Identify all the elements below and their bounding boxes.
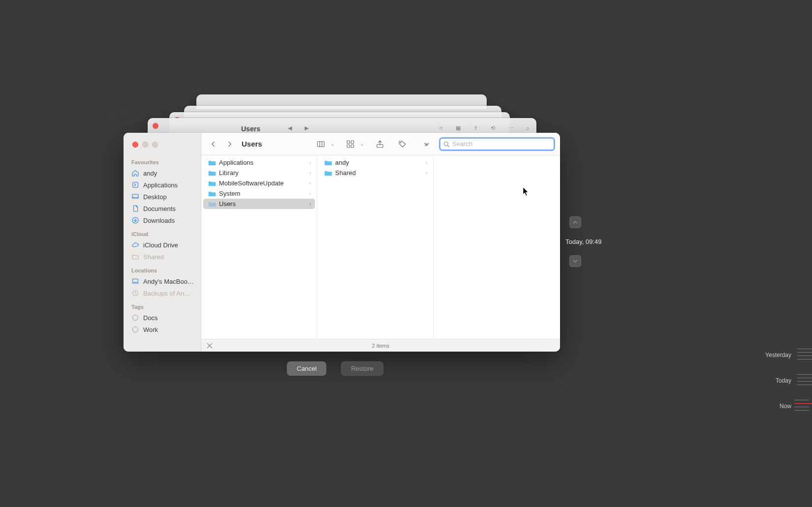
sidebar-item-andy-s-macboo-[interactable]: Andy's MacBoo… xyxy=(124,275,201,287)
folder-row[interactable]: System› xyxy=(203,188,315,199)
folder-row[interactable]: Applications› xyxy=(203,157,315,168)
svg-point-15 xyxy=(401,142,402,143)
sidebar-section-title: Favourites xyxy=(124,154,201,167)
location-title: Users xyxy=(242,140,262,148)
svg-rect-11 xyxy=(351,141,354,143)
folder-icon xyxy=(208,201,216,208)
view-grid-caret[interactable]: ⌄ xyxy=(360,142,364,147)
svg-rect-10 xyxy=(347,141,349,143)
share-icon[interactable] xyxy=(373,138,387,150)
snapshot-navigator: Today, 09:49 xyxy=(569,216,614,267)
window-controls xyxy=(132,142,158,148)
sidebar-section-title: Locations xyxy=(124,263,201,275)
laptop-icon xyxy=(131,277,139,285)
sidebar-item-docs[interactable]: Docs xyxy=(124,312,201,324)
next-snapshot-button[interactable] xyxy=(569,255,581,267)
timeline-entry[interactable]: Yesterday xyxy=(753,352,812,358)
sidebar-section-title: Tags xyxy=(124,299,201,312)
desktop-icon xyxy=(131,193,139,201)
close-window-button[interactable] xyxy=(132,142,138,148)
svg-rect-7 xyxy=(317,141,324,147)
timeline-ticks xyxy=(794,400,812,411)
sidebar-item-icloud-drive[interactable]: iCloud Drive xyxy=(124,239,201,251)
download-icon xyxy=(131,216,139,224)
mouse-cursor xyxy=(523,187,529,196)
folder-icon xyxy=(208,180,216,187)
previous-snapshot-button[interactable] xyxy=(569,216,581,228)
folder-label: Library xyxy=(219,169,307,177)
sidebar-item-label: Documents xyxy=(143,205,176,212)
sidebar-item-label: Downloads xyxy=(143,217,175,224)
timeline-entry[interactable]: Today xyxy=(753,377,812,384)
timeline-ticks xyxy=(797,349,812,359)
tag-icon xyxy=(131,314,139,322)
restore-button[interactable]: Restore xyxy=(341,361,383,376)
search-icon xyxy=(442,140,450,148)
timeline: YesterdayTodayNow xyxy=(753,352,812,428)
column-0: Applications›Library›MobileSoftwareUpdat… xyxy=(201,155,317,339)
sidebar-item-label: iCloud Drive xyxy=(143,241,178,249)
sidebar-item-desktop[interactable]: Desktop xyxy=(124,191,201,203)
folder-label: Users xyxy=(219,200,307,208)
doc-icon xyxy=(131,205,139,212)
sidebar-item-shared[interactable]: Shared xyxy=(124,251,201,263)
sidebar-item-andy[interactable]: andy xyxy=(124,167,201,179)
cloud-icon xyxy=(131,241,139,249)
svg-rect-13 xyxy=(351,145,354,147)
sidebar-item-downloads[interactable]: Downloads xyxy=(124,214,201,226)
status-bar: 2 items xyxy=(201,339,560,352)
folder-row[interactable]: Library› xyxy=(203,168,315,178)
sidebar-item-work[interactable]: Work xyxy=(124,324,201,335)
folder-label: System xyxy=(219,190,307,197)
close-path-bar-button[interactable] xyxy=(205,341,214,350)
column-view: Applications›Library›MobileSoftwareUpdat… xyxy=(201,155,560,339)
search-input[interactable] xyxy=(452,140,552,148)
folder-icon xyxy=(208,159,216,166)
chevron-right-icon: › xyxy=(310,201,311,207)
sidebar-item-label: andy xyxy=(143,170,157,177)
folder-icon xyxy=(324,159,332,166)
folder-row[interactable]: Users› xyxy=(203,199,315,209)
chevron-right-icon: › xyxy=(310,191,311,196)
sidebar-item-label: Docs xyxy=(143,314,158,322)
sidebar-item-label: Desktop xyxy=(143,193,167,201)
zoom-window-button[interactable] xyxy=(152,142,158,148)
folder-label: Shared xyxy=(335,169,423,177)
tag-icon xyxy=(131,326,139,333)
folder-row[interactable]: MobileSoftwareUpdate› xyxy=(203,178,315,188)
sidebar: FavouritesandyApplicationsDesktopDocumen… xyxy=(124,133,201,352)
chevron-right-icon: › xyxy=(310,160,311,165)
more-icon[interactable]: » xyxy=(418,138,432,150)
svg-rect-4 xyxy=(133,279,138,282)
column-1: andy›Shared› xyxy=(317,155,434,339)
minimize-window-button[interactable] xyxy=(142,142,148,148)
svg-rect-12 xyxy=(347,145,349,147)
view-columns-icon[interactable] xyxy=(314,138,328,150)
search-field-wrap xyxy=(439,137,555,151)
view-grid-icon[interactable] xyxy=(344,138,357,150)
chevron-right-icon: › xyxy=(310,170,311,176)
tag-icon[interactable] xyxy=(396,138,409,150)
timeline-ticks xyxy=(797,374,812,385)
sharedfolder-icon xyxy=(131,253,139,261)
timeline-entry[interactable]: Now xyxy=(753,403,812,410)
view-columns-caret[interactable]: ⌄ xyxy=(331,142,335,147)
sidebar-section-title: iCloud xyxy=(124,226,201,239)
sidebar-item-backups-of-an-[interactable]: Backups of An… xyxy=(124,287,201,299)
snapshot-timestamp: Today, 09:49 xyxy=(565,238,601,245)
folder-row[interactable]: andy› xyxy=(319,157,431,168)
folder-row[interactable]: Shared› xyxy=(319,168,431,178)
home-icon xyxy=(131,169,139,177)
forward-button[interactable] xyxy=(223,138,237,150)
toolbar: Users ⌄ ⌄ » xyxy=(201,133,560,155)
sidebar-item-applications[interactable]: Applications xyxy=(124,179,201,191)
sidebar-item-label: Work xyxy=(143,326,158,333)
chevron-right-icon: › xyxy=(426,170,427,176)
cancel-button[interactable]: Cancel xyxy=(287,361,326,376)
column-2 xyxy=(434,155,560,339)
timemachine-icon xyxy=(131,289,139,297)
svg-line-17 xyxy=(447,145,449,147)
folder-icon xyxy=(208,190,216,197)
back-button[interactable] xyxy=(206,138,220,150)
sidebar-item-documents[interactable]: Documents xyxy=(124,203,201,214)
